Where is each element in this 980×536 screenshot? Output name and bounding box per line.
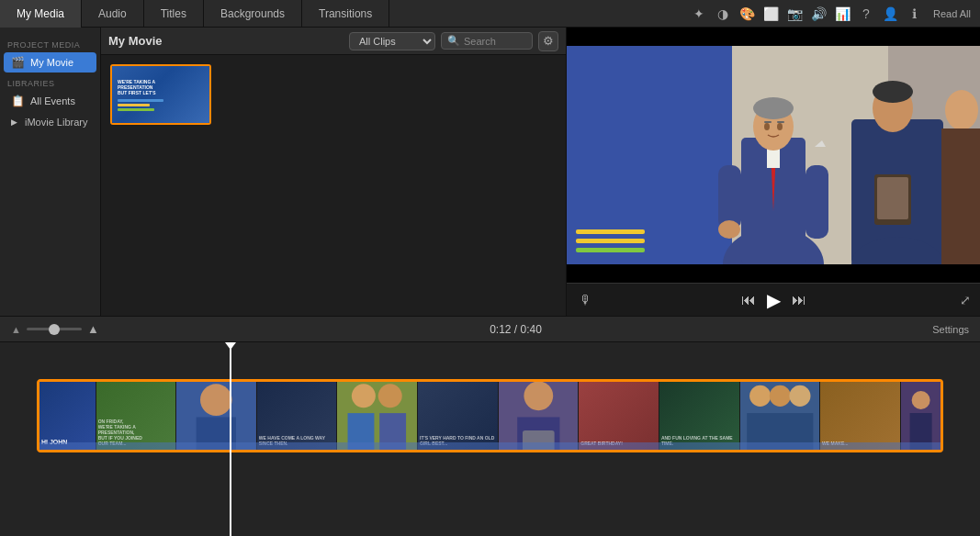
top-nav-tabs: My Media Audio Titles Backgrounds Transi… [0, 0, 389, 28]
track-frame-12 [901, 382, 941, 450]
svg-point-45 [769, 385, 790, 407]
help-icon[interactable]: ? [858, 6, 874, 21]
crop-icon[interactable]: ⬜ [762, 6, 779, 21]
top-navigation: My Media Audio Titles Backgrounds Transi… [0, 0, 980, 28]
media-panel: My Movie All Clips Video Only Photos Onl… [101, 28, 567, 316]
sidebar-item-my-movie[interactable]: 🎬 My Movie [4, 52, 96, 73]
svg-point-49 [911, 391, 929, 409]
svg-point-16 [718, 220, 740, 239]
svg-point-46 [789, 385, 810, 407]
movie-icon: 🎬 [11, 56, 25, 69]
chart-icon[interactable]: 📊 [834, 6, 850, 21]
sidebar-project-label: PROJECT MEDIA [0, 35, 100, 51]
timeline-toolbar: ▲ ▲ 0:12 / 0:40 Settings [0, 317, 980, 342]
track-frame-11: WE MAKE... [820, 382, 900, 450]
gear-icon: ⚙ [543, 34, 554, 48]
thumb-line-yellow [118, 104, 150, 106]
user-icon[interactable]: 👤 [882, 6, 898, 21]
svg-rect-29 [576, 248, 645, 252]
svg-point-35 [378, 384, 402, 408]
tab-backgrounds[interactable]: Backgrounds [204, 0, 302, 28]
track-frame-3 [176, 382, 256, 450]
timeline-zoom-controls: ▲ ▲ [11, 322, 99, 336]
svg-rect-27 [576, 229, 645, 234]
track-frame-2: ON FRIDAY,WE'RE TAKING APRESENTATION,BUT… [96, 382, 176, 450]
info-icon[interactable]: ℹ [906, 6, 922, 21]
svg-point-31 [200, 384, 232, 416]
track-frame-4: WE HAVE COME A LONG WAY SINCE THEN. [257, 382, 337, 450]
tab-my-media[interactable]: My Media [0, 0, 82, 28]
search-bar[interactable]: 🔍 [441, 32, 533, 50]
chevron-right-icon: ▶ [11, 117, 17, 127]
read-all-label: Read All [933, 8, 971, 19]
media-panel-title: My Movie [108, 34, 163, 48]
skip-forward-button[interactable]: ⏭ [792, 292, 806, 308]
track-frame-7 [499, 382, 579, 450]
svg-rect-13 [764, 121, 772, 123]
thumb-line-blue [118, 99, 163, 102]
audio-icon[interactable]: 🔊 [810, 6, 827, 21]
svg-rect-15 [718, 165, 741, 229]
sidebar-all-events-label: All Events [30, 95, 75, 106]
svg-point-11 [764, 123, 770, 130]
search-icon: 🔍 [447, 35, 460, 47]
camera-icon[interactable]: 📷 [786, 6, 803, 21]
media-toolbar: My Movie All Clips Video Only Photos Onl… [101, 28, 566, 55]
track-frame-8: GREAT BIRTHDAY! [579, 382, 659, 450]
preview-panel: 🎙 ⏮ ▶ ⏭ ⤢ [567, 28, 980, 316]
skip-backward-button[interactable]: ⏮ [741, 292, 756, 308]
top-section: PROJECT MEDIA 🎬 My Movie LIBRARIES 📋 All… [0, 28, 980, 316]
track-filmstrip: HI JOHN ON FRIDAY,WE'RE TAKING APRESENTA… [39, 382, 941, 450]
svg-point-44 [749, 385, 771, 407]
play-button[interactable]: ▶ [767, 289, 781, 311]
svg-point-34 [352, 384, 376, 408]
svg-point-10 [753, 97, 794, 119]
svg-rect-26 [941, 128, 980, 264]
preview-video-area [567, 28, 980, 283]
mountain-small-icon: ▲ [11, 324, 21, 335]
svg-point-22 [873, 81, 913, 103]
svg-point-39 [524, 382, 553, 410]
zoom-knob[interactable] [49, 324, 60, 335]
timeline-timecode: 0:12 / 0:40 [99, 323, 932, 336]
media-grid: WE'RE TAKING APRESENTATIONBUT FIRST LET'… [101, 55, 566, 316]
toolbar-icons: ✦ ◑ 🎨 ⬜ 📷 🔊 📊 ? 👤 ℹ Read All [681, 6, 980, 21]
track-frame-6: IT'S VERY HARD TO FIND AN OLD GIRL BEST.… [418, 382, 498, 450]
clip-text-1: WE'RE TAKING APRESENTATIONBUT FIRST LET'… [118, 79, 155, 95]
sidebar-my-movie-label: My Movie [30, 57, 73, 68]
fullscreen-icon[interactable]: ⤢ [960, 293, 971, 307]
timeline-track-area: HI JOHN ON FRIDAY,WE'RE TAKING APRESENTA… [0, 342, 980, 462]
preview-scene-svg [567, 46, 980, 264]
tab-titles[interactable]: Titles [144, 0, 204, 28]
search-input[interactable] [464, 36, 528, 47]
preview-controls: 🎙 ⏮ ▶ ⏭ ⤢ [567, 283, 980, 316]
microphone-icon[interactable]: 🎙 [580, 293, 592, 307]
tab-transitions[interactable]: Transitions [302, 0, 389, 28]
svg-rect-28 [576, 239, 645, 243]
sidebar: PROJECT MEDIA 🎬 My Movie LIBRARIES 📋 All… [0, 28, 101, 316]
tab-audio[interactable]: Audio [82, 0, 144, 28]
media-clip-1[interactable]: WE'RE TAKING APRESENTATIONBUT FIRST LET'… [110, 64, 211, 125]
track-frame-9: AND FUN LOVING AT THE SAME TIME. [659, 382, 739, 450]
mountain-large-icon: ▲ [87, 322, 99, 336]
svg-rect-17 [805, 165, 828, 239]
sidebar-item-all-events[interactable]: 📋 All Events [4, 91, 96, 111]
timeline-settings-button[interactable]: Settings [932, 324, 969, 335]
timeline-track[interactable]: HI JOHN ON FRIDAY,WE'RE TAKING APRESENTA… [37, 379, 943, 452]
events-icon: 📋 [11, 95, 25, 107]
clips-filter-select[interactable]: All Clips Video Only Photos Only [349, 32, 435, 50]
zoom-slider[interactable] [27, 328, 82, 330]
track-audio-bar [39, 442, 941, 450]
clip-thumbnail-1: WE'RE TAKING APRESENTATIONBUT FIRST LET'… [112, 66, 211, 123]
thumb-line-green [118, 108, 154, 111]
color-icon[interactable]: ◑ [715, 6, 731, 21]
sidebar-imovie-library-label: iMovie Library [25, 117, 87, 128]
svg-rect-14 [777, 121, 784, 123]
timeline-content: HI JOHN ON FRIDAY,WE'RE TAKING APRESENTA… [0, 342, 980, 536]
media-settings-button[interactable]: ⚙ [538, 31, 558, 51]
playhead [230, 342, 231, 536]
sidebar-item-imovie-library[interactable]: ▶ iMovie Library [4, 113, 96, 131]
magic-wand-icon[interactable]: ✦ [691, 6, 707, 21]
timeline-section: ▲ ▲ 0:12 / 0:40 Settings [0, 316, 980, 536]
palette-icon[interactable]: 🎨 [738, 6, 755, 21]
